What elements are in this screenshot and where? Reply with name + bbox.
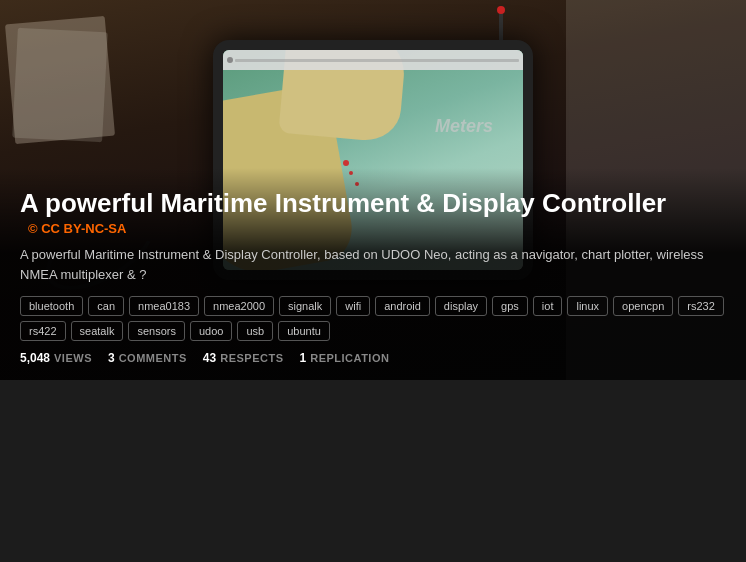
tag-wifi[interactable]: wifi (336, 296, 370, 316)
stat-number: 5,048 (20, 351, 50, 365)
tag-rs232[interactable]: rs232 (678, 296, 724, 316)
stat-label: VIEWS (54, 352, 92, 364)
tag-opencpn[interactable]: opencpn (613, 296, 673, 316)
tag-signalk[interactable]: signalk (279, 296, 331, 316)
tag-udoo[interactable]: udoo (190, 321, 232, 341)
stat-label: RESPECTS (220, 352, 283, 364)
stat-number: 1 (300, 351, 307, 365)
tablet-toolbar (223, 50, 523, 70)
tag-display[interactable]: display (435, 296, 487, 316)
stats-bar: 5,048VIEWS3COMMENTS43RESPECTS1REPLICATIO… (20, 351, 726, 365)
stat-number: 43 (203, 351, 216, 365)
tag-nmea0183[interactable]: nmea0183 (129, 296, 199, 316)
hero-image: Meters A powerful Maritime Instrument & … (0, 0, 746, 380)
tags-container: bluetoothcannmea0183nmea2000signalkwifia… (20, 296, 726, 341)
boat-marker (343, 160, 349, 166)
stat-respects: 43RESPECTS (203, 351, 284, 365)
tag-ubuntu[interactable]: ubuntu (278, 321, 330, 341)
stat-replication: 1REPLICATION (300, 351, 390, 365)
toolbar-menu (227, 57, 233, 63)
stat-label: REPLICATION (310, 352, 389, 364)
main-title: A powerful Maritime Instrument & Display… (20, 188, 666, 218)
tag-can[interactable]: can (88, 296, 124, 316)
meters-label: Meters (435, 116, 493, 137)
photo-background: Meters A powerful Maritime Instrument & … (0, 0, 746, 380)
tag-gps[interactable]: gps (492, 296, 528, 316)
tag-usb[interactable]: usb (237, 321, 273, 341)
content-overlay: A powerful Maritime Instrument & Display… (0, 168, 746, 380)
title-area: A powerful Maritime Instrument & Display… (20, 188, 726, 237)
tag-rs422[interactable]: rs422 (20, 321, 66, 341)
description-text: A powerful Maritime Instrument & Display… (20, 245, 726, 284)
tag-iot[interactable]: iot (533, 296, 563, 316)
stat-comments: 3COMMENTS (108, 351, 187, 365)
license-badge: © CC BY-NC-SA (28, 221, 126, 236)
tag-sensors[interactable]: sensors (128, 321, 185, 341)
stat-label: COMMENTS (119, 352, 187, 364)
tag-bluetooth[interactable]: bluetooth (20, 296, 83, 316)
tag-seatalk[interactable]: seatalk (71, 321, 124, 341)
stat-views: 5,048VIEWS (20, 351, 92, 365)
project-card: Meters A powerful Maritime Instrument & … (0, 0, 746, 562)
tag-android[interactable]: android (375, 296, 430, 316)
tag-linux[interactable]: linux (567, 296, 608, 316)
tag-nmea2000[interactable]: nmea2000 (204, 296, 274, 316)
stat-number: 3 (108, 351, 115, 365)
toolbar-bar (235, 59, 519, 62)
